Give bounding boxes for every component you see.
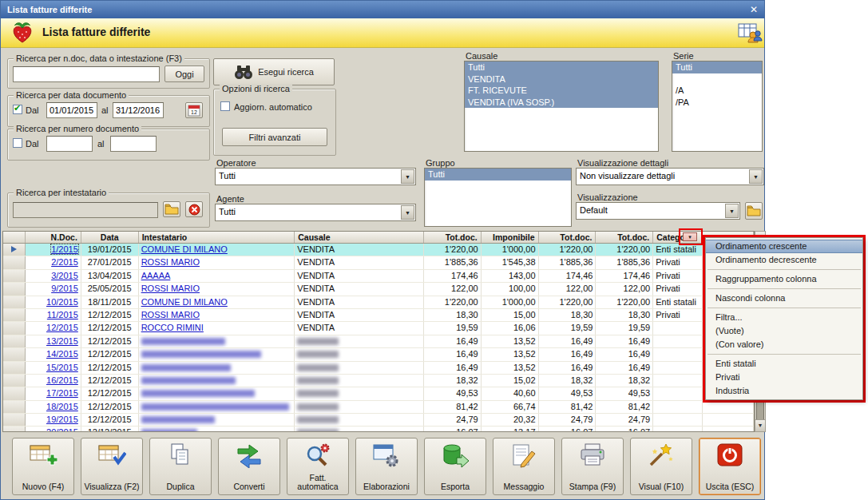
table-row[interactable]: 15/201512/12/201516,4913,5216,4916,49 [3, 362, 754, 375]
chevron-down-icon[interactable]: ▼ [749, 169, 763, 184]
column-header-data[interactable]: Data [81, 232, 139, 243]
doc-number-link[interactable]: 17/2015 [46, 388, 78, 398]
column-header-causale[interactable]: Causale [295, 232, 424, 243]
menu-item-privati[interactable]: Privati [706, 371, 862, 384]
menu-item-ordinamento-crescente[interactable]: Ordinamento crescente [706, 240, 862, 253]
users-table-icon[interactable] [737, 20, 763, 47]
menu-item-vuote[interactable]: (Vuote) [706, 324, 862, 338]
list-option-tutti[interactable]: Tutti [672, 62, 762, 73]
list-option-pa[interactable]: /PA [672, 97, 762, 109]
table-row[interactable]: 13/201512/12/201516,4913,5216,4916,49 [3, 335, 754, 348]
list-option-vendita-iva-sosp[interactable]: VENDITA (IVA SOSP.) [465, 97, 658, 109]
customer-link[interactable]: ROSSI MARIO [141, 257, 200, 267]
table-row[interactable]: 2/201527/01/2015ROSSI MARIOVENDITA1'885,… [3, 256, 754, 269]
table-row[interactable]: 16/201512/12/201518,3215,0218,3218,32 [3, 375, 754, 387]
table-row[interactable]: 14/201512/12/201516,4913,5216,4916,49 [3, 348, 754, 361]
menu-item-industria[interactable]: Industria [706, 384, 862, 398]
table-row[interactable]: 18/201512/12/201581,4266,7481,4281,42 [3, 401, 754, 414]
table-row[interactable]: 10/201518/11/2015COMUNE DI MILANOVENDITA… [3, 296, 754, 309]
chevron-down-icon[interactable]: ▼ [725, 204, 739, 218]
chevron-down-icon[interactable]: ▼ [401, 205, 414, 220]
intestatario-input[interactable] [13, 202, 158, 218]
table-row[interactable]: 11/201512/12/2015ROSSI MARIOVENDITA18,30… [3, 309, 754, 322]
auto-update-checkbox[interactable] [220, 101, 230, 111]
toolbar-button-duplica[interactable]: Duplica [149, 438, 212, 495]
menu-item-filtra[interactable]: Filtra... [706, 311, 862, 324]
doc-number-link[interactable]: 1/2015 [51, 244, 78, 254]
customer-link[interactable]: ROSSI MARIO [141, 310, 200, 319]
toolbar-button-elaborazioni[interactable]: Elaborazioni [355, 438, 418, 495]
row-selector[interactable] [3, 427, 26, 432]
column-header-imponibile[interactable]: Imponibile [482, 232, 539, 243]
customer-link[interactable]: COMUNE DI MILANO [141, 244, 228, 254]
advanced-filters-button[interactable]: Filtri avanzati [222, 128, 327, 146]
doc-number-link[interactable]: 13/2015 [46, 336, 78, 346]
numdoc-from-input[interactable] [46, 136, 93, 152]
causale-listbox[interactable]: TuttiVENDITAFT. RICEVUTEVENDITA (IVA SOS… [464, 61, 659, 152]
row-selector[interactable] [3, 348, 26, 360]
column-header-categoria[interactable]: Categoria▾ [653, 232, 703, 243]
doc-number-link[interactable]: 3/2015 [51, 271, 78, 280]
row-selector[interactable] [3, 335, 26, 347]
list-option-a[interactable]: /A [672, 85, 762, 97]
doc-number-link[interactable]: 15/2015 [46, 363, 78, 372]
row-selector[interactable] [3, 375, 26, 387]
customer-link[interactable]: COMUNE DI MILANO [141, 297, 228, 307]
row-selector[interactable] [3, 270, 26, 282]
search-doc-input[interactable] [13, 66, 160, 82]
row-selector[interactable] [3, 401, 26, 413]
close-button[interactable]: ✕ [747, 3, 760, 16]
menu-item-ordinamento-decrescente[interactable]: Ordinamento decrescente [706, 253, 862, 267]
doc-number-link[interactable]: 16/2015 [46, 375, 78, 385]
list-option-tutti[interactable]: Tutti [465, 62, 658, 73]
gruppo-listbox[interactable]: Tutti [424, 168, 572, 227]
doc-number-link[interactable]: 2/2015 [51, 257, 78, 267]
calendar-button[interactable]: 12 [185, 102, 203, 118]
table-row[interactable]: 19/201512/12/201524,7920,3224,7924,79 [3, 414, 754, 427]
row-selector[interactable] [3, 244, 26, 256]
table-row[interactable]: 1/201519/01/2015COMUNE DI MILANOVENDITA1… [3, 244, 754, 256]
menu-item-raggruppamento-colonna[interactable]: Raggruppamento colonna [706, 272, 862, 286]
toolbar-button-stampa-f9[interactable]: Stampa (F9) [561, 438, 624, 495]
row-selector[interactable] [3, 322, 26, 334]
doc-number-link[interactable]: 11/2015 [47, 310, 78, 319]
doc-number-link[interactable]: 10/2015 [46, 297, 78, 307]
row-selector[interactable] [3, 387, 26, 399]
list-option-tutti[interactable]: Tutti [425, 169, 571, 181]
date-from-input[interactable] [46, 102, 97, 118]
browse-folder-button[interactable] [163, 201, 180, 217]
view-folder-button[interactable] [745, 202, 763, 220]
run-search-button[interactable]: Esegui ricerca [213, 58, 335, 85]
doc-number-link[interactable]: 12/2015 [46, 323, 78, 332]
toolbar-button-fatt-automatica[interactable]: Fatt. automatica [287, 438, 349, 495]
toolbar-button-esporta[interactable]: Esporta [424, 438, 486, 495]
details-combobox[interactable]: Non visualizzare dettagli ▼ [576, 168, 764, 185]
doc-number-link[interactable]: 9/2015 [51, 284, 78, 293]
today-button[interactable]: Oggi [164, 65, 204, 82]
menu-item-enti-statali[interactable]: Enti statali [706, 357, 862, 371]
toolbar-button-visual-f10[interactable]: Visual (F10) [630, 438, 692, 495]
operatore-combobox[interactable]: Tutti ▼ [215, 168, 416, 185]
column-menu-button[interactable]: ▾ [683, 232, 697, 241]
column-header-intestatario[interactable]: Intestatario [139, 232, 295, 243]
table-row[interactable]: 20/201512/12/201516,0713,1716,0716,07 [3, 427, 754, 432]
menu-item-nascondi-colonna[interactable]: Nascondi colonna [706, 292, 862, 305]
row-selector[interactable] [3, 283, 26, 295]
column-header-n-doc[interactable]: N.Doc. [26, 232, 81, 243]
column-header-tot-doc[interactable]: Tot.doc. [539, 232, 597, 243]
table-row[interactable]: 12/201512/12/2015ROCCO RIMINIVENDITA19,5… [3, 322, 754, 335]
numdoc-checkbox[interactable] [13, 138, 22, 148]
customer-link[interactable]: ROSSI MARIO [141, 284, 200, 293]
list-option-vendita[interactable]: VENDITA [465, 73, 658, 85]
list-option-ft-ricevute[interactable]: FT. RICEVUTE [465, 85, 658, 97]
date-from-checkbox[interactable] [13, 105, 22, 114]
toolbar-button-converti[interactable]: Converti [218, 438, 280, 495]
agente-combobox[interactable]: Tutti ▼ [215, 204, 416, 221]
column-header-tot-doc[interactable]: Tot.doc. [424, 232, 482, 243]
doc-number-link[interactable]: 18/2015 [46, 402, 78, 411]
row-selector[interactable] [3, 362, 26, 374]
title-bar[interactable]: Lista fatture differite ✕ [1, 1, 764, 18]
menu-item-con-valore[interactable]: (Con valore) [706, 338, 862, 351]
customer-link[interactable]: AAAAA [141, 271, 171, 280]
toolbar-button-messaggio[interactable]: Messaggio [493, 438, 555, 495]
